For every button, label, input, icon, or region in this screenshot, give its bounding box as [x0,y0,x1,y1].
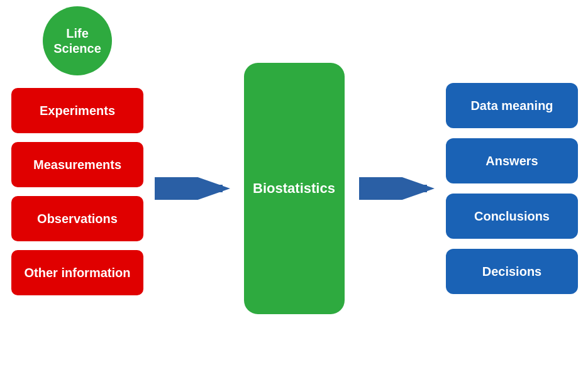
data-meaning-label: Data meaning [470,99,553,113]
right-arrow [359,177,435,200]
diagram-container: LifeScience Experiments Measurements Obs… [0,0,588,377]
left-arrow [155,177,230,200]
conclusions-label: Conclusions [474,209,550,224]
experiments-box: Experiments [11,88,143,133]
answers-label: Answers [485,154,538,168]
right-column: Data meaning Answers Conclusions Decisio… [446,83,578,294]
data-meaning-box: Data meaning [446,83,578,128]
decisions-label: Decisions [482,265,541,279]
decisions-box: Decisions [446,249,578,294]
measurements-label: Measurements [33,158,121,172]
biostatistics-label: Biostatistics [253,180,335,198]
left-column: LifeScience Experiments Measurements Obs… [11,6,143,295]
life-science-label: LifeScience [53,26,101,56]
other-information-label: Other information [25,266,131,280]
measurements-box: Measurements [11,142,143,187]
life-science-circle: LifeScience [43,6,112,75]
center-column: Biostatistics [244,63,345,314]
experiments-label: Experiments [40,104,115,118]
conclusions-box: Conclusions [446,194,578,239]
observations-label: Observations [37,212,118,226]
answers-box: Answers [446,138,578,183]
biostatistics-box: Biostatistics [244,63,345,314]
observations-box: Observations [11,196,143,241]
other-information-box: Other information [11,250,143,295]
